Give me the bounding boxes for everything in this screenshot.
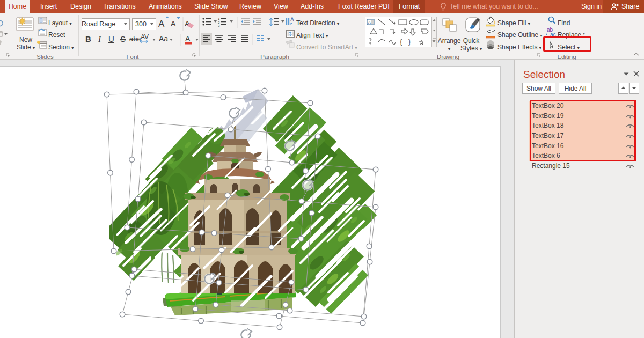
svg-text:S: S [120, 34, 126, 43]
svg-text:{: { [400, 38, 402, 46]
svg-text:A: A [158, 19, 165, 29]
svg-text:A: A [171, 19, 176, 28]
svg-text:A: A [185, 34, 191, 43]
svg-text:B: B [85, 34, 91, 43]
svg-text:abc: abc [129, 35, 141, 43]
svg-text:3: 3 [218, 24, 220, 27]
svg-text:A: A [290, 17, 294, 23]
svg-text:AV: AV [141, 33, 149, 41]
svg-text:A: A [368, 20, 371, 25]
svg-text:1: 1 [218, 17, 220, 20]
svg-text:U: U [108, 34, 114, 43]
svg-text:Aa: Aa [159, 34, 168, 43]
svg-text:2: 2 [218, 21, 220, 24]
svg-text:I: I [98, 35, 101, 43]
svg-text:}: } [408, 38, 411, 46]
